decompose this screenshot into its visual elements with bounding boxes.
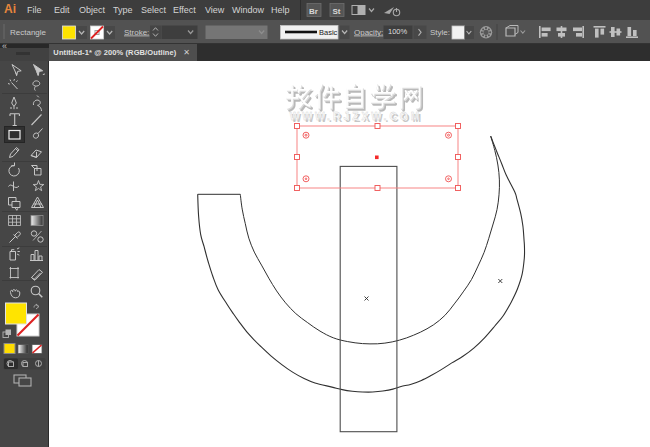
svg-text:WWW.RJZXW.COM: WWW.RJZXW.COM	[290, 111, 423, 122]
